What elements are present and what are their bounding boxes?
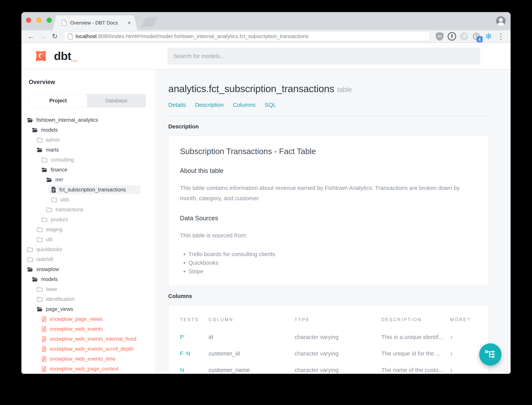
snowflake-icon[interactable]: ❄ xyxy=(483,31,494,41)
sidebar-item-quickbooks[interactable]: quickbooks xyxy=(25,245,140,254)
sidebar-item-snowplow_page_views[interactable]: snowplow_page_views xyxy=(39,315,140,324)
source-item: Stripe xyxy=(188,267,477,276)
tree-item-label: mrr xyxy=(55,177,63,183)
power-extension-icon[interactable]: x xyxy=(471,31,481,41)
description-card: Subscription Transactions - Fact Table A… xyxy=(168,136,489,286)
folder-closed-icon xyxy=(27,247,33,252)
tree-row: snowplow_web_events_time xyxy=(27,354,140,364)
sidebar-item-snowplow_web_events_internal_fixed[interactable]: snowplow_web_events_internal_fixed xyxy=(39,335,140,343)
dbt-logo-icon xyxy=(32,47,50,65)
columns-section-heading: Columns xyxy=(168,293,489,299)
tab-project[interactable]: Project xyxy=(29,94,87,107)
file-icon xyxy=(51,187,56,193)
lineage-graph-button[interactable] xyxy=(479,343,501,365)
cell-ctype: character varying xyxy=(295,345,381,362)
tree-row: finance xyxy=(27,165,140,175)
sidebar-item-redshift[interactable]: redshift xyxy=(25,255,140,264)
sidebar-item-identification[interactable]: identification xyxy=(34,295,140,304)
sidebar-item-page_views[interactable]: page_views xyxy=(34,305,140,313)
table-row-id[interactable]: Pidcharacter varyingThis is a unique ide… xyxy=(180,329,477,345)
new-tab-button[interactable] xyxy=(141,17,158,27)
expand-row-chevron-icon[interactable]: › xyxy=(450,345,477,362)
tree-row: redshift xyxy=(27,254,140,264)
expand-row-chevron-icon[interactable]: › xyxy=(450,362,477,374)
extension-circle-icon[interactable] xyxy=(459,31,469,41)
folder-open-icon xyxy=(27,117,33,123)
sidebar-item-snowplow_web_events[interactable]: snowplow_web_events xyxy=(39,325,140,333)
back-button[interactable]: ← xyxy=(26,33,36,40)
table-row-customer_id[interactable]: F Ncustomer_idcharacter varyingThe uniqu… xyxy=(180,345,477,362)
sidebar-item-staging[interactable]: staging xyxy=(34,225,140,234)
nav-details[interactable]: Details xyxy=(168,102,186,108)
sidebar-item-util[interactable]: util xyxy=(34,235,140,244)
file-tree: fishtown_internal_analyticsmodelsadminma… xyxy=(27,115,140,374)
tree-row: snowplow_web_events xyxy=(27,324,140,334)
minimize-window-button[interactable] xyxy=(36,18,41,23)
cell-colname: customer_name xyxy=(209,362,295,374)
onepassword-icon[interactable] xyxy=(447,31,457,41)
sidebar-item-models[interactable]: models xyxy=(29,275,140,284)
expand-row-chevron-icon[interactable]: › xyxy=(450,329,477,345)
sidebar-item-admin[interactable]: admin xyxy=(34,135,140,144)
cell-tests: P xyxy=(180,329,209,345)
nav-columns[interactable]: Columns xyxy=(233,102,256,108)
sidebar-item-transactions[interactable]: transactions xyxy=(44,205,140,214)
tree-item-label: snowplow_web_events_time xyxy=(50,356,116,362)
folder-closed-icon xyxy=(41,157,47,162)
about-text: This table contains information about re… xyxy=(180,183,477,203)
folder-closed-icon xyxy=(37,227,43,232)
tab-database[interactable]: Database xyxy=(87,94,145,107)
sidebar-item-finance[interactable]: finance xyxy=(39,165,140,174)
sidebar-item-fct_subscription_transactions[interactable]: fct_subscription_transactions xyxy=(48,185,140,194)
sidebar-item-base[interactable]: base xyxy=(34,285,140,294)
sidebar-item-mrr[interactable]: mrr xyxy=(44,175,140,184)
close-window-button[interactable] xyxy=(26,18,31,23)
browser-profile-avatar[interactable] xyxy=(496,16,506,26)
table-row-customer_name[interactable]: Ncustomer_namecharacter varyingThe name … xyxy=(180,362,477,374)
tree-item-label: snowplow_page_views xyxy=(50,316,103,322)
column-header-column: COLUMN xyxy=(209,317,295,329)
reload-button[interactable]: ↻ xyxy=(50,33,60,40)
folder-closed-icon xyxy=(46,207,52,212)
sidebar-item-snowplow[interactable]: snowplow xyxy=(25,265,140,274)
folder-closed-icon xyxy=(41,217,47,222)
tree-row: snowplow xyxy=(27,264,140,274)
sidebar-item-product[interactable]: product xyxy=(39,215,140,224)
tree-row: utils xyxy=(27,195,140,205)
tree-row: mrr xyxy=(27,175,140,185)
sidebar-item-snowplow_web_events_time[interactable]: snowplow_web_events_time xyxy=(39,354,140,363)
forward-button[interactable]: → xyxy=(38,33,48,40)
sidebar-item-snowplow_web_page_context[interactable]: snowplow_web_page_context xyxy=(39,364,140,373)
tree-row: snowplow_web_page_context xyxy=(27,364,140,374)
search-input[interactable] xyxy=(167,48,480,65)
sidebar-item-fishtown_internal_analytics[interactable]: fishtown_internal_analytics xyxy=(25,116,140,124)
tree-row: fishtown_internal_analytics xyxy=(27,115,140,125)
tab-close-icon[interactable]: × xyxy=(127,20,131,26)
source-toggle: Project Database xyxy=(29,94,146,107)
sidebar-item-utils[interactable]: utils xyxy=(48,195,140,204)
sidebar-item-consulting[interactable]: consulting xyxy=(39,155,140,164)
nav-description[interactable]: Description xyxy=(195,102,224,108)
file-red-icon xyxy=(41,366,46,372)
dbt-logo[interactable]: dbt_ xyxy=(32,47,78,65)
folder-closed-icon xyxy=(37,287,43,292)
sidebar-item-marts[interactable]: marts xyxy=(34,145,140,154)
sidebar-item-models[interactable]: models xyxy=(29,126,140,134)
folder-open-icon xyxy=(32,277,38,282)
main-panel: analytics.fct_subscription_transactionst… xyxy=(155,69,511,374)
tree-item-label: base xyxy=(46,286,57,292)
file-red-icon xyxy=(41,326,46,332)
ublock-shield-icon[interactable]: uO xyxy=(434,31,445,41)
column-header-type: TYPE xyxy=(295,317,381,329)
address-bar[interactable]: localhost:8080/index.html#!/model/model.… xyxy=(64,32,430,41)
tree-row: util xyxy=(27,235,140,244)
sidebar: Overview Project Database fishtown_inter… xyxy=(21,69,155,374)
browser-menu-icon[interactable]: ⋮ xyxy=(496,31,506,41)
tab-strip: Overview - DBT Docs × xyxy=(21,12,511,30)
sidebar-item-snowplow_web_events_scroll_depth[interactable]: snowplow_web_events_scroll_depth xyxy=(39,344,140,353)
browser-tab[interactable]: Overview - DBT Docs × xyxy=(53,15,138,30)
tree-item-label: marts xyxy=(46,147,59,153)
zoom-window-button[interactable] xyxy=(47,18,52,23)
page-title: analytics.fct_subscription_transactionst… xyxy=(168,83,489,94)
nav-sql[interactable]: SQL xyxy=(265,102,276,108)
